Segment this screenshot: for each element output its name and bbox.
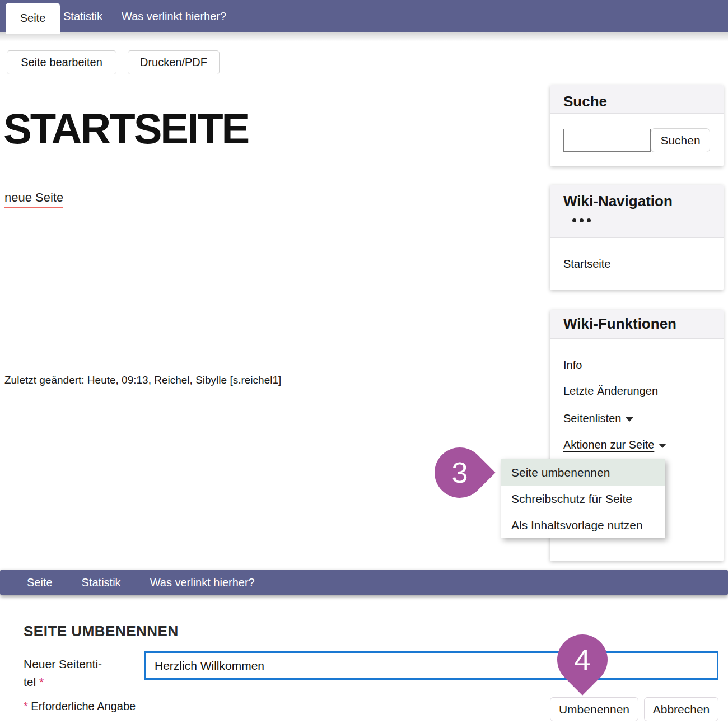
new-title-label-line1: Neuer Seitenti- [24, 657, 102, 670]
new-title-label: Neuer Seitenti-tel * [24, 655, 136, 691]
search-box: Suche Suchen [550, 85, 724, 166]
tab-statistik-2[interactable]: Statistik [82, 576, 121, 589]
ellipsis-icon[interactable] [572, 218, 591, 222]
step-4-number: 4 [557, 634, 608, 685]
wiki-navigation-box: Wiki-Navigation Startseite [550, 185, 724, 290]
chevron-down-icon [659, 444, 666, 448]
top-tab-bar-shadow [0, 32, 728, 41]
cancel-button[interactable]: Abbrechen [644, 697, 718, 721]
sidebar-item-info[interactable]: Info [563, 359, 582, 372]
new-title-label-line2: tel [24, 675, 36, 688]
chevron-down-icon [626, 417, 633, 422]
wiki-navigation-header: Wiki-Navigation [550, 185, 724, 238]
required-note-asterisk: * [24, 700, 28, 712]
wiki-functions-title: Wiki-Funktionen [550, 310, 724, 333]
sidebar-item-aktionen-zur-seite[interactable]: Aktionen zur Seite [563, 438, 666, 451]
tab-statistik[interactable]: Statistik [63, 0, 102, 32]
search-input[interactable] [563, 129, 651, 152]
title-divider [4, 161, 536, 161]
tab-was-verlinkt-hierher[interactable]: Was verlinkt hierher? [122, 0, 226, 32]
page-title: STARTSEITE [3, 104, 248, 153]
page-actions-dropdown: Seite umbenennen Schreibschutz für Seite… [501, 459, 665, 538]
rename-page-heading: SEITE UMBENENNEN [24, 623, 179, 640]
sidebar-item-startseite[interactable]: Startseite [563, 258, 610, 270]
tab-seite-2[interactable]: Seite [27, 576, 53, 589]
tab-was-verlinkt-hierher-2[interactable]: Was verlinkt hierher? [150, 576, 255, 589]
new-title-input[interactable] [144, 651, 718, 680]
print-pdf-button[interactable]: Drucken/PDF [128, 50, 220, 74]
screenshot-root: Seite Statistik Was verlinkt hierher? Se… [0, 0, 728, 728]
sidebar-item-seitenlisten[interactable]: Seitenlisten [563, 412, 633, 425]
required-note: * Erforderliche Angabe [24, 700, 136, 713]
wiki-navigation-title: Wiki-Navigation [550, 185, 724, 210]
menu-item-schreibschutz[interactable]: Schreibschutz für Seite [501, 486, 665, 512]
search-box-title: Suche [550, 85, 724, 110]
menu-item-inhaltsvorlage[interactable]: Als Inhaltsvorlage nutzen [501, 512, 665, 538]
edit-page-button[interactable]: Seite bearbeiten [7, 50, 116, 74]
new-page-link[interactable]: neue Seite [4, 190, 63, 208]
step-3-number: 3 [435, 447, 485, 498]
rename-submit-button[interactable]: Umbenennen [550, 697, 638, 721]
top-tab-bar [0, 0, 728, 32]
menu-item-seite-umbenennen[interactable]: Seite umbenennen [501, 459, 665, 486]
bottom-tab-bar: Seite Statistik Was verlinkt hierher? [0, 570, 728, 595]
step-4-balloon: 4 [547, 624, 618, 695]
required-note-text: Erforderliche Angabe [31, 700, 136, 712]
sidebar-item-letzte-aenderungen[interactable]: Letzte Änderungen [563, 385, 658, 398]
aktionen-zur-seite-label: Aktionen zur Seite [563, 438, 654, 451]
search-box-header: Suche [550, 85, 724, 114]
tab-seite[interactable]: Seite [6, 3, 60, 34]
wiki-functions-header: Wiki-Funktionen [550, 310, 724, 339]
last-changed-text: Zuletzt geändert: Heute, 09:13, Reichel,… [4, 374, 281, 386]
step-3-balloon: 3 [424, 437, 495, 508]
required-asterisk: * [39, 675, 44, 688]
seitenlisten-label: Seitenlisten [563, 412, 621, 424]
search-button[interactable]: Suchen [651, 128, 710, 152]
